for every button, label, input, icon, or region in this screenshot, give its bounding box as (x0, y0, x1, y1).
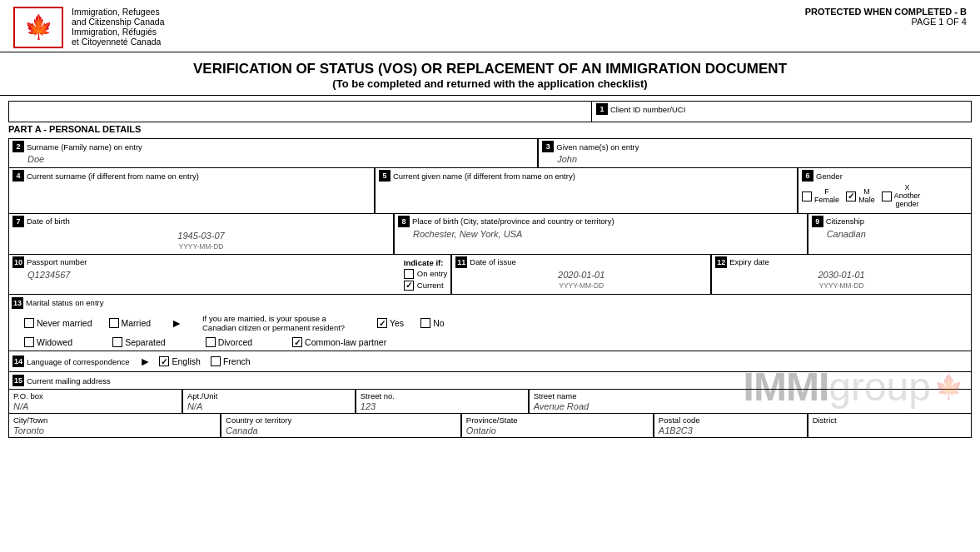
divorced-checkbox[interactable] (206, 337, 216, 347)
common-law-label: Common-law partner (305, 337, 386, 347)
no-label: No (433, 318, 444, 328)
current-label: Current (417, 281, 444, 290)
french-checkbox[interactable] (211, 356, 221, 366)
field-value-11: 2020-01-01 (455, 268, 707, 281)
married-checkbox[interactable] (109, 318, 119, 328)
field-4: 4 Current surname (if different from nam… (9, 168, 375, 213)
addr-street-no-label: Street no. (361, 391, 524, 400)
govt-en-line2: and Citizenship Canada (72, 17, 165, 27)
yes-label: Yes (390, 318, 404, 328)
yes-checkbox[interactable] (377, 318, 387, 328)
field-num-9: 9 (812, 216, 823, 227)
field-client-id: 1 Client ID number/UCI (592, 102, 971, 122)
never-married-checkbox[interactable] (24, 318, 34, 328)
on-entry-label: On entry (417, 269, 447, 278)
field-label-14: Language of correspondence (27, 357, 130, 366)
no-checkbox[interactable] (420, 318, 430, 328)
field-9: 9 Citizenship Canadian (808, 214, 971, 254)
current-row: Current (404, 281, 447, 291)
field-value-4 (12, 182, 371, 195)
addr-postal-value: A1B2C3 (659, 425, 803, 435)
row-client-id: 1 Client ID number/UCI (8, 101, 972, 122)
field-11: 11 Date of issue 2020-01-01 YYYY-MM-DD (451, 255, 711, 294)
field-num-8: 8 (398, 216, 410, 227)
addr-pobox: P.O. box N/A (9, 390, 182, 413)
never-married-group: Never married (24, 318, 92, 328)
field-num-5: 5 (379, 170, 391, 182)
separated-checkbox[interactable] (112, 337, 122, 347)
current-checkbox[interactable] (404, 281, 414, 291)
field-label-6: Gender (816, 172, 843, 181)
divorced-group: Divorced (206, 337, 252, 347)
gender-female-checkbox[interactable] (802, 191, 812, 201)
field-value-5 (379, 182, 793, 195)
dob-format-11: YYYY-MM-DD (455, 281, 707, 290)
sub-title: (To be completed and returned with the a… (13, 77, 967, 90)
main-title: VERIFICATION OF STATUS (VOS) OR REPLACEM… (13, 61, 967, 77)
protected-label: PROTECTED WHEN COMPLETED - B (805, 7, 967, 17)
addr-province: Province/State Ontario (461, 414, 654, 437)
field-label-13: Marital status on entry (26, 298, 103, 307)
addr-district: District (808, 414, 971, 437)
english-group: English (159, 356, 200, 366)
gender-options: F Female M Male (802, 182, 968, 211)
part-a-label: PART A - PERSONAL DETAILS (8, 122, 972, 136)
married-group: Married (109, 318, 152, 328)
married-label: Married (122, 318, 152, 328)
watermark-immi: IMMI (744, 364, 829, 410)
field-label-3: Given name(s) on entry (556, 142, 639, 152)
addr-city-label: City/Town (13, 415, 216, 425)
common-law-checkbox[interactable] (292, 337, 302, 347)
on-entry-checkbox[interactable] (404, 269, 414, 279)
divorced-label: Divorced (218, 337, 252, 347)
gender-male-group: M Male (846, 188, 875, 205)
addr-province-label: Province/State (466, 415, 649, 425)
spouse-question: If you are married, is your spouse a Can… (202, 314, 361, 333)
dob-format-7: YYYY-MM-DD (12, 242, 390, 251)
field-2: 2 Surname (Family name) on entry Doe (9, 139, 538, 167)
field-num-12: 12 (715, 256, 727, 268)
header: 🍁 Immigration, Refugees and Citizenship … (0, 0, 980, 52)
addr-apt-label: Apt./Unit (187, 391, 351, 400)
lang-arrow-icon: ► (140, 355, 152, 368)
widowed-checkbox[interactable] (24, 337, 34, 347)
field-num-10: 10 (12, 256, 24, 268)
page: 🍁 Immigration, Refugees and Citizenship … (0, 0, 980, 443)
field-value-3: John (542, 152, 968, 166)
gender-other-label: Anothergender (894, 192, 921, 209)
gender-male-label: Male (858, 196, 875, 205)
gender-other-checkbox[interactable] (882, 191, 892, 201)
field-num-6: 6 (802, 170, 813, 182)
addr-province-value: Ontario (466, 425, 649, 435)
addr-pobox-value: N/A (13, 400, 177, 411)
address-row-2: City/Town Toronto Country or territory C… (9, 413, 971, 437)
field-num-11: 11 (455, 256, 467, 268)
addr-postal: Postal code A1B2C3 (654, 414, 808, 437)
govt-text: Immigration, Refugees and Citizenship Ca… (72, 7, 165, 47)
field-value-2: Doe (12, 152, 534, 166)
field-empty-top (9, 102, 592, 122)
watermark-leaf-icon: 🍁 (934, 373, 963, 400)
separated-label: Separated (125, 337, 165, 347)
yes-group: Yes (377, 318, 404, 328)
field-label-5: Current given name (if different from na… (393, 172, 575, 181)
field-num-14: 14 (12, 356, 24, 367)
row-4-5-6: 4 Current surname (if different from nam… (9, 168, 971, 214)
title-section: VERIFICATION OF STATUS (VOS) OR REPLACEM… (0, 52, 980, 96)
gender-male-checkbox[interactable] (846, 191, 856, 201)
english-checkbox[interactable] (159, 356, 169, 366)
header-right: PROTECTED WHEN COMPLETED - B PAGE 1 OF 4 (805, 7, 967, 27)
addr-country-label: Country or territory (226, 415, 456, 425)
indicate-group: On entry Current (404, 267, 447, 292)
french-label: French (223, 356, 251, 366)
field-num-7: 7 (12, 216, 24, 227)
field-value-12: 2030-01-01 (715, 268, 968, 281)
addr-street-no: Street no. 123 (356, 390, 529, 413)
field-3: 3 Given name(s) on entry John (538, 139, 971, 167)
page-number: PAGE 1 OF 4 (805, 17, 967, 27)
field-num-2: 2 (12, 141, 24, 152)
field-6: 6 Gender F Female (798, 168, 971, 213)
field-label-9: Citizenship (826, 216, 864, 226)
field-num-4: 4 (12, 170, 24, 182)
field-value-client-id (596, 115, 967, 118)
